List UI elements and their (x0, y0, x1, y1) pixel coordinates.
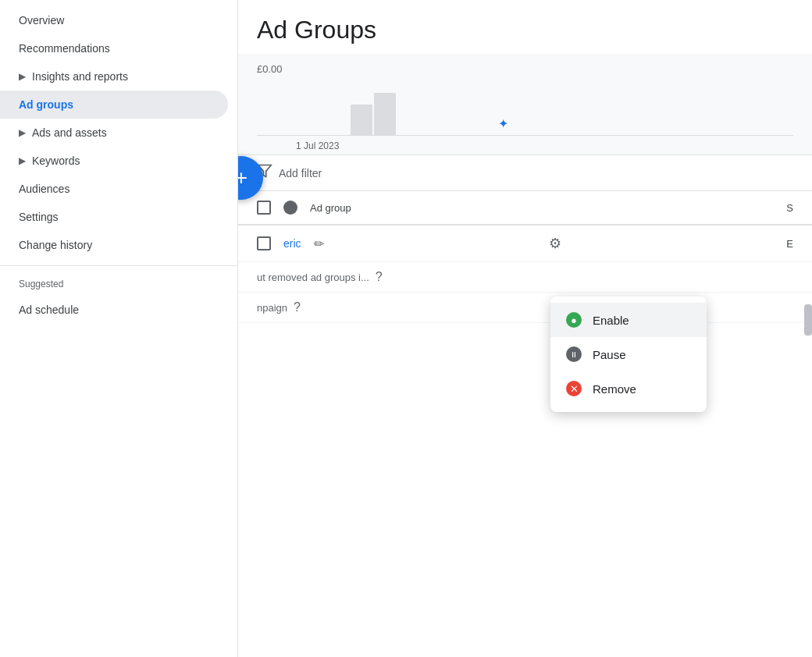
sidebar-item-label: Insights and reports (32, 70, 128, 83)
sidebar-item-insights-and-reports[interactable]: ▶ Insights and reports (0, 62, 228, 91)
chart-bars (351, 89, 396, 136)
row-ad-group-link[interactable]: eric (283, 237, 301, 250)
chart-line-area: ✦ 1 Jul 2023 (257, 78, 793, 154)
sidebar-item-label: Recommendations (19, 42, 110, 55)
column-ad-group-label: Ad group (310, 202, 351, 214)
chevron-right-icon: ▶ (19, 155, 26, 166)
chart-date-label: 1 Jul 2023 (296, 140, 339, 151)
sidebar-divider (0, 265, 237, 266)
chart-bar (374, 93, 396, 136)
header-checkbox[interactable] (257, 201, 271, 215)
sidebar-item-label: Ad groups (19, 98, 73, 111)
menu-item-remove-label: Remove (593, 382, 636, 396)
edit-icon[interactable]: ✏ (314, 236, 324, 251)
info-row-text: npaign (257, 302, 287, 314)
menu-item-remove[interactable]: ✕ Remove (550, 371, 707, 406)
sidebar-item-label: Overview (19, 14, 64, 27)
column-s-label: S (786, 202, 793, 214)
row-checkbox[interactable] (257, 236, 271, 250)
context-menu: ● Enable ⏸ Pause ✕ Remove (550, 297, 707, 412)
sidebar-item-recommendations[interactable]: Recommendations (0, 34, 228, 62)
menu-item-pause[interactable]: ⏸ Pause (550, 337, 707, 371)
table-header: Ad group S (238, 191, 812, 226)
enable-icon: ● (566, 312, 582, 328)
chart-currency-label: £0.00 (257, 63, 793, 75)
sidebar: Overview Recommendations ▶ Insights and … (0, 0, 238, 657)
sidebar-item-change-history[interactable]: Change history (0, 231, 228, 259)
sidebar-item-audiences[interactable]: Audiences (0, 175, 228, 203)
sidebar-item-label: Settings (19, 211, 59, 223)
sidebar-item-label: Keywords (32, 154, 80, 167)
sparkle-icon: ✦ (498, 116, 508, 131)
row-settings-icon[interactable]: ⚙ (549, 235, 561, 252)
sidebar-item-keywords[interactable]: ▶ Keywords (0, 147, 228, 175)
main-content: Ad Groups £0.00 ✦ 1 Jul 2023 Add filter … (238, 0, 812, 657)
help-icon[interactable]: ? (294, 300, 301, 314)
chart-bar (351, 105, 372, 136)
add-filter-label: Add filter (279, 167, 322, 179)
filter-bar[interactable]: Add filter (238, 155, 812, 191)
sidebar-item-label: Audiences (19, 183, 69, 195)
page-title: Ad Groups (238, 0, 812, 54)
table-row: eric ✏ ⚙ E (238, 226, 812, 262)
sidebar-item-ad-schedule[interactable]: Ad schedule (0, 296, 228, 324)
sidebar-item-ad-groups[interactable]: Ad groups (0, 91, 228, 119)
chart-area: £0.00 ✦ 1 Jul 2023 (238, 54, 812, 155)
menu-item-enable-label: Enable (593, 314, 629, 327)
fab-plus-icon: + (238, 165, 248, 190)
info-row-text: ut removed ad groups i... (257, 272, 369, 283)
menu-item-enable[interactable]: ● Enable (550, 303, 707, 337)
sidebar-item-ads-and-assets[interactable]: ▶ Ads and assets (0, 119, 228, 147)
chart-baseline (257, 135, 793, 136)
sidebar-item-overview[interactable]: Overview (0, 6, 228, 34)
remove-icon: ✕ (566, 381, 582, 396)
sidebar-item-label: Change history (19, 239, 92, 251)
sidebar-item-label: Ad schedule (19, 304, 79, 316)
sidebar-section-suggested: Suggested (0, 272, 237, 296)
pause-icon: ⏸ (566, 346, 582, 362)
row-extra-label: E (786, 238, 793, 250)
sidebar-item-label: Ads and assets (32, 126, 107, 139)
chevron-right-icon: ▶ (19, 71, 26, 82)
info-row-1: ut removed ad groups i... ? (238, 262, 812, 293)
menu-item-pause-label: Pause (593, 348, 626, 361)
chevron-right-icon: ▶ (19, 127, 26, 138)
info-row-2: npaign ? (238, 293, 812, 323)
help-icon[interactable]: ? (376, 270, 383, 284)
scrollbar[interactable] (804, 304, 812, 336)
status-dot (283, 201, 297, 215)
sidebar-item-settings[interactable]: Settings (0, 203, 228, 231)
